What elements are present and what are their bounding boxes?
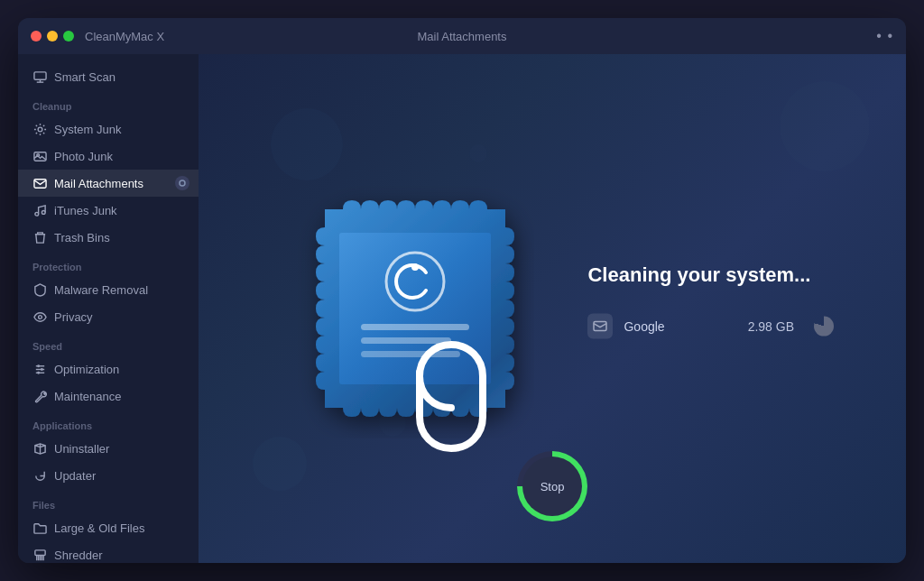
svg-point-10 [38, 315, 42, 318]
sidebar-item-shredder[interactable]: Shredder [18, 541, 199, 563]
box-icon [32, 441, 47, 456]
sidebar-item-updater[interactable]: Updater [18, 462, 199, 489]
clean-item: Google 2.98 GB [587, 314, 834, 339]
close-button[interactable] [31, 31, 42, 42]
sidebar-item-uninstaller[interactable]: Uninstaller [18, 435, 199, 462]
particle [469, 144, 487, 162]
stamp-svg [289, 182, 559, 453]
privacy-label: Privacy [54, 310, 93, 324]
sidebar-item-itunes-junk[interactable]: iTunes Junk [18, 197, 199, 224]
svg-rect-25 [361, 351, 460, 357]
gear-icon [32, 122, 47, 136]
refresh-icon [32, 468, 47, 483]
item-name: Google [624, 319, 664, 334]
app-title: CleanMyMac X [85, 30, 164, 43]
svg-point-14 [37, 364, 40, 367]
sidebar-item-photo-junk[interactable]: Photo Junk [18, 143, 199, 170]
sidebar-item-malware-removal[interactable]: Malware Removal [18, 276, 199, 303]
svg-point-22 [411, 263, 419, 271]
particle [780, 81, 870, 171]
svg-point-15 [40, 368, 42, 371]
svg-rect-18 [34, 549, 44, 555]
stop-button-container: Stop [521, 455, 584, 518]
stop-button-inner: Stop [522, 456, 582, 516]
svg-rect-23 [361, 324, 469, 330]
sidebar-item-smart-scan[interactable]: Smart Scan [18, 63, 199, 90]
content-area: Cleaning your system... Google 2.98 GB [199, 54, 906, 563]
trash-icon [32, 230, 47, 244]
smart-scan-label: Smart Scan [54, 70, 116, 84]
folder-icon [32, 521, 47, 535]
stop-label: Stop [541, 480, 565, 493]
mail-icon [32, 176, 47, 190]
stop-button[interactable]: Stop [521, 455, 584, 518]
itunes-junk-label: iTunes Junk [54, 204, 117, 217]
svg-rect-6 [33, 179, 45, 187]
sidebar-item-maintenance[interactable]: Maintenance [18, 383, 199, 410]
info-panel: Cleaning your system... Google 2.98 GB [587, 263, 834, 339]
protection-section-label: Protection [18, 251, 199, 276]
item-size: 2.98 GB [748, 319, 794, 334]
stamp-illustration [289, 182, 541, 435]
cleaning-title: Cleaning your system... [587, 263, 834, 287]
svg-point-8 [34, 212, 38, 216]
mail-attachments-label: Mail Attachments [54, 177, 143, 190]
titlebar: CleanMyMac X Mail Attachments • • [18, 18, 906, 54]
main-layout: Smart Scan Cleanup System Junk Photo Jun… [18, 54, 906, 563]
music-icon [32, 203, 47, 217]
uninstaller-label: Uninstaller [54, 442, 109, 456]
shredder-label: Shredder [54, 549, 102, 562]
sidebar-item-mail-attachments[interactable]: Mail Attachments [18, 170, 199, 197]
sidebar-item-system-junk[interactable]: System Junk [18, 115, 199, 143]
window-dots[interactable]: • • [876, 28, 893, 44]
active-indicator [175, 176, 189, 190]
files-section-label: Files [18, 489, 199, 514]
item-icon [587, 314, 613, 339]
trash-bins-label: Trash Bins [54, 231, 110, 244]
shield-icon [32, 282, 47, 297]
sidebar-item-trash-bins[interactable]: Trash Bins [18, 224, 199, 251]
section-title: Mail Attachments [418, 30, 507, 43]
maintenance-label: Maintenance [54, 390, 121, 403]
cleanup-section-label: Cleanup [18, 90, 199, 115]
wrench-icon [32, 389, 47, 403]
optimization-label: Optimization [54, 363, 119, 376]
minimize-button[interactable] [47, 31, 58, 42]
app-window: CleanMyMac X Mail Attachments • • Smart … [18, 18, 906, 563]
malware-removal-label: Malware Removal [54, 283, 148, 297]
svg-rect-26 [594, 322, 606, 331]
photo-icon [32, 149, 47, 163]
shredder-icon [32, 548, 47, 562]
svg-rect-20 [339, 233, 491, 384]
svg-point-16 [37, 371, 40, 374]
svg-point-3 [38, 127, 42, 132]
eye-icon [32, 309, 47, 324]
spinner [814, 317, 834, 337]
sidebar-item-optimization[interactable]: Optimization [18, 355, 199, 383]
maximize-button[interactable] [63, 31, 74, 42]
large-old-files-label: Large & Old Files [54, 521, 144, 535]
speed-section-label: Speed [18, 330, 199, 355]
sidebar: Smart Scan Cleanup System Junk Photo Jun… [18, 54, 199, 563]
sliders-icon [32, 362, 47, 376]
applications-section-label: Applications [18, 410, 199, 435]
photo-junk-label: Photo Junk [54, 150, 113, 163]
svg-rect-24 [361, 337, 451, 344]
system-junk-label: System Junk [54, 123, 121, 136]
svg-point-9 [42, 210, 45, 214]
sidebar-item-large-old-files[interactable]: Large & Old Files [18, 514, 199, 541]
sidebar-item-privacy[interactable]: Privacy [18, 303, 199, 330]
traffic-lights [31, 31, 74, 42]
monitor-icon [32, 69, 47, 84]
svg-point-7 [180, 180, 185, 186]
updater-label: Updater [54, 469, 96, 483]
particle [271, 108, 343, 180]
svg-rect-0 [33, 71, 45, 78]
